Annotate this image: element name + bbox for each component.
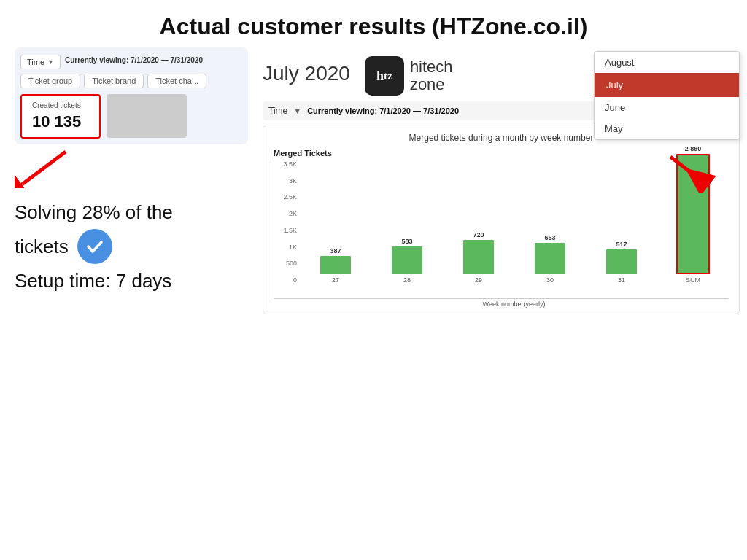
ticket-group-tag[interactable]: Ticket group <box>20 74 80 88</box>
cal-item-may[interactable]: May <box>595 118 739 139</box>
filter-row-top: Time ▼ Currently viewing: 7/1/2020 — 7/3… <box>20 55 242 69</box>
bar-group-27: 387 27 <box>300 247 371 284</box>
bar-value-31: 517 <box>616 241 627 248</box>
dashboard-card: Time ▼ Currently viewing: 7/1/2020 — 7/3… <box>15 47 248 144</box>
ticket-cha-tag[interactable]: Ticket cha... <box>147 74 206 88</box>
metric-value: 10 135 <box>32 112 89 131</box>
bar-group-28: 583 28 <box>371 238 443 284</box>
solving-row: Solving 28% of the <box>15 199 248 225</box>
y-label-35k: 3.5K <box>283 160 297 168</box>
cal-item-july[interactable]: July <box>595 73 739 97</box>
bar-value-28: 583 <box>401 238 412 245</box>
stats-text: Solving 28% of the tickets Setup time: 7… <box>15 199 248 295</box>
ticket-brand-tag[interactable]: Ticket brand <box>84 74 144 88</box>
bar-label-30: 30 <box>546 276 554 284</box>
arrow-container <box>15 148 248 184</box>
logo-line2: zone <box>410 76 453 93</box>
filter-icon: ▼ <box>47 58 54 66</box>
bar-value-27: 387 <box>330 247 341 254</box>
date-viewing2: Currently viewing: 7/1/2020 — 7/31/2020 <box>307 106 459 115</box>
svg-line-3 <box>670 157 708 186</box>
checkmark-circle <box>77 229 112 264</box>
right-panel: July 2020 htz hitech zone August July Ju… <box>255 47 740 314</box>
logo-box: htz hitech zone <box>365 56 453 96</box>
bar-label-sum: SUM <box>686 276 700 284</box>
y-label-15k: 1.5K <box>283 227 297 234</box>
cal-item-june[interactable]: June <box>595 97 739 118</box>
bar-label-27: 27 <box>332 276 339 284</box>
bar-group-31: 517 31 <box>586 241 657 284</box>
bar-label-29: 29 <box>475 276 482 284</box>
bar-value-30: 653 <box>544 234 555 241</box>
bar-group-29: 720 29 <box>443 231 514 284</box>
y-label-0: 0 <box>293 276 297 284</box>
filter-icon2: ▼ <box>293 106 301 115</box>
y-label-3k: 3K <box>289 177 297 184</box>
bar-28 <box>392 246 422 274</box>
bar-31 <box>606 249 637 274</box>
y-label-25k: 2.5K <box>283 193 297 201</box>
bar-value-29: 720 <box>473 231 484 238</box>
solving-text2: tickets <box>15 233 69 260</box>
bar-group-30: 653 30 <box>514 234 586 284</box>
chart-area: 3.5K 3K 2.5K 2K 1.5K 1K 500 0 387 27 <box>274 160 729 299</box>
y-label-1k: 1K <box>289 244 297 251</box>
time-filter-label: Time <box>27 58 44 66</box>
bar-label-31: 31 <box>618 276 625 284</box>
filter-tags-row: Ticket group Ticket brand Ticket cha... <box>20 74 242 88</box>
metric-card-gray <box>107 94 187 138</box>
top-section: July 2020 htz hitech zone August July Ju… <box>263 47 740 96</box>
bar-27 <box>320 256 351 274</box>
bar-30 <box>535 243 565 274</box>
solving-text1: Solving 28% of the <box>15 199 173 225</box>
created-tickets-card: Created tickets 10 135 <box>20 94 101 139</box>
bar-label-28: 28 <box>403 276 411 284</box>
time-filter[interactable]: Time ▼ <box>20 55 61 69</box>
y-axis-labels: 3.5K 3K 2.5K 2K 1.5K 1K 500 0 <box>274 160 300 284</box>
bar-value-sum: 2 860 <box>685 145 702 152</box>
cal-item-august[interactable]: August <box>595 52 739 73</box>
x-axis-label: Week number(yearly) <box>299 300 729 308</box>
month-label: July 2020 <box>263 62 350 85</box>
left-panel: Time ▼ Currently viewing: 7/1/2020 — 7/3… <box>7 47 255 314</box>
filter-label2: Time <box>268 106 287 116</box>
chart-container: Merged tickets during a month by week nu… <box>263 125 740 314</box>
bar-29 <box>463 240 494 274</box>
logo-text: hitech zone <box>410 58 453 93</box>
tickets-row: tickets <box>15 229 248 264</box>
date-viewing: Currently viewing: 7/1/2020 — 7/31/2020 <box>65 56 203 64</box>
y-label-2k: 2K <box>289 210 297 217</box>
metrics-row: Created tickets 10 135 <box>20 94 242 139</box>
chart-red-arrow <box>663 153 721 193</box>
logo-line1: hitech <box>410 58 453 76</box>
logo-icon: htz <box>365 56 404 96</box>
y-label-500: 500 <box>286 260 297 267</box>
red-arrow-left <box>15 148 73 188</box>
page-title: Actual customer results (HTZone.co.il) <box>0 0 747 47</box>
metric-label: Created tickets <box>32 101 89 109</box>
setup-text: Setup time: 7 days <box>15 268 248 294</box>
calendar-dropdown[interactable]: August July June May <box>594 51 740 140</box>
svg-line-1 <box>22 152 66 184</box>
